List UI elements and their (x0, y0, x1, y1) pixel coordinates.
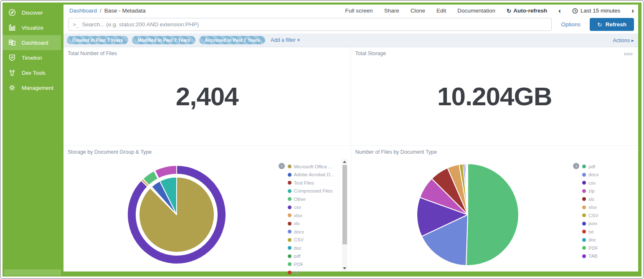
legend-item[interactable]: Microsoft Office ... (288, 162, 341, 171)
pie-chart-storage[interactable]: Microsoft Office: 87.6Text Files: 0.3Oth… (124, 162, 229, 267)
legend-item-label: PDF (588, 246, 598, 251)
legend-item[interactable]: csv (582, 179, 636, 187)
legend-color-dot (582, 181, 586, 185)
legend-item[interactable]: Text Files (288, 179, 341, 187)
legend-color-dot (582, 165, 586, 168)
legend-item[interactable]: xls (288, 220, 341, 228)
legend-item[interactable]: PDF (288, 260, 341, 269)
legend-item-label: pdf (588, 164, 595, 169)
sidebar-item-label: Management (22, 85, 53, 91)
gear-icon (8, 84, 16, 92)
scroll-down-arrow-icon[interactable] (342, 266, 347, 271)
legend-color-dot (288, 246, 292, 250)
refresh-icon: ↻ (597, 21, 602, 28)
refresh-button[interactable]: ↻ Refresh (590, 18, 634, 31)
search-input[interactable] (82, 21, 547, 28)
sidebar-item-visualize[interactable]: Visualize (3, 20, 61, 35)
panel-total-storage: Total Storage 10.204GB (351, 47, 639, 145)
filter-pill-created[interactable]: Created in Past 7 Years (67, 36, 128, 44)
breadcrumb-separator: / (100, 8, 101, 14)
sidebar-collapse-bar[interactable] (4, 269, 61, 276)
filter-bar: Created in Past 7 Years Modified in Past… (63, 33, 638, 47)
legend-file-count: › pdfdocxcsvzipxlsxlsxCSVjsontxtdocPDFTA… (582, 157, 636, 271)
legend-item-label: TAB (588, 254, 598, 259)
legend-toggle-chevron-icon[interactable]: › (573, 163, 579, 169)
metric-value-total-storage: 10.204GB (437, 81, 552, 111)
legend-item-label: xlsx (588, 205, 597, 210)
scroll-up-arrow-icon[interactable] (342, 159, 347, 164)
legend-item[interactable]: docx (288, 228, 341, 236)
legend-item[interactable]: CSV (582, 211, 636, 220)
legend-item[interactable]: doc (288, 244, 341, 252)
breadcrumb-dashboard-link[interactable]: Dashboard (69, 8, 97, 14)
sidebar-item-label: Dev Tools (22, 70, 46, 76)
search-box: >_ (68, 18, 552, 31)
pie-slice[interactable]: pdf: 50.5 (466, 164, 519, 266)
dashboard-grid: Total Number of Files 2,404 Total Storag… (63, 47, 638, 271)
legend-item[interactable]: pdf (288, 252, 341, 261)
legend-item-label: zip (588, 188, 595, 193)
auto-refresh-button[interactable]: ↻ Auto-refresh (507, 8, 547, 14)
legend-item-label: PDF (294, 262, 304, 267)
legend-item-label: doc (588, 237, 596, 242)
legend-item-label: xls (294, 221, 300, 226)
legend-item[interactable]: json (582, 220, 636, 228)
legend-color-dot (582, 213, 586, 217)
pie-slice[interactable]: zip: 7.3 (155, 165, 177, 178)
legend-item-label: pdf (294, 254, 301, 259)
filter-pill-accessed[interactable]: Accessed in Past 7 Years (199, 36, 265, 44)
legend-item[interactable]: PDF (582, 244, 636, 252)
legend-item[interactable]: docx (582, 171, 636, 179)
options-link[interactable]: Options (558, 21, 584, 28)
legend-color-dot (288, 189, 292, 193)
legend-color-dot (582, 197, 586, 201)
legend-color-dot (582, 246, 586, 250)
legend-item[interactable]: csv (288, 203, 341, 212)
legend-item[interactable]: Adobe Acrobat D... (288, 171, 341, 179)
legend-item[interactable]: txt (288, 269, 341, 277)
legend-item[interactable]: xlsx (288, 211, 341, 220)
sidebar-item-dashboard[interactable]: Dashboard (3, 35, 61, 50)
legend-item[interactable]: txt (582, 228, 636, 236)
bar-chart-icon (8, 23, 16, 32)
menu-clone[interactable]: Clone (411, 8, 425, 14)
pie-chart-file-count[interactable]: pdf: 50.5docx: 17.5csv: 12.5zip: 7xls: 6… (415, 162, 521, 268)
menu-full-screen[interactable]: Full screen (345, 8, 373, 14)
legend-item-label: Adobe Acrobat D... (294, 172, 335, 177)
time-range-picker[interactable]: Last 15 minutes (572, 8, 620, 14)
legend-item[interactable]: xlsx (582, 203, 636, 212)
legend-item[interactable]: CSV (288, 236, 341, 244)
legend-item-label: csv (294, 205, 301, 210)
legend-color-dot (288, 238, 292, 242)
legend-toggle-chevron-icon[interactable]: › (279, 163, 285, 169)
actions-link[interactable]: Actions ▸ (613, 37, 634, 43)
menu-share[interactable]: Share (384, 8, 399, 14)
legend-item[interactable]: TAB (582, 252, 636, 261)
legend-item-label: csv (588, 180, 596, 185)
query-prompt-icon: >_ (73, 22, 78, 28)
add-filter-link[interactable]: Add a filter + (271, 37, 300, 43)
legend-item[interactable]: Compressed Files (288, 187, 341, 195)
sidebar-item-dev-tools[interactable]: Dev Tools (3, 65, 61, 80)
legend-item[interactable]: doc (582, 236, 636, 244)
pie-slice[interactable]: TAB: 0.1 (467, 164, 468, 215)
menu-edit[interactable]: Edit (436, 8, 446, 14)
legend-item[interactable]: zip (582, 187, 636, 195)
legend-item[interactable]: Other (288, 195, 341, 203)
sidebar-item-timelion[interactable]: Timelion (3, 50, 61, 65)
legend-item[interactable]: xls (582, 195, 636, 203)
sidebar-item-management[interactable]: Management (3, 80, 61, 95)
filter-pill-modified[interactable]: Modified in Past 7 Years (132, 36, 195, 44)
clock-icon (572, 8, 578, 14)
legend-item[interactable]: pdf (582, 162, 636, 171)
time-back-chevron-icon[interactable]: ‹ (558, 7, 561, 14)
legend-scrollbar[interactable] (342, 159, 347, 271)
scrollbar-thumb[interactable] (342, 165, 347, 244)
compass-icon (8, 8, 16, 17)
refresh-cycle-icon: ↻ (507, 8, 511, 14)
legend-color-dot (582, 230, 586, 233)
menu-documentation[interactable]: Documentation (457, 8, 495, 14)
plus-icon: + (297, 37, 300, 43)
sidebar-item-discover[interactable]: Discover (3, 5, 61, 20)
time-forward-chevron-icon[interactable]: › (631, 7, 634, 14)
